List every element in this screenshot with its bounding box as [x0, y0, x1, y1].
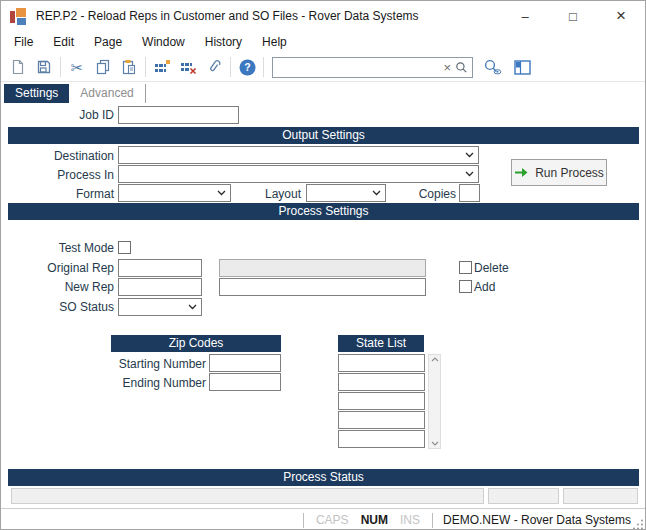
lookup-eye-icon — [483, 59, 502, 76]
delete-label: Delete — [474, 261, 509, 275]
toolbar-search-box: × — [272, 57, 473, 78]
new-rep-description-input[interactable] — [219, 278, 426, 296]
process-status-message-field — [11, 488, 484, 504]
num-lock-indicator: NUM — [361, 513, 388, 527]
search-icon[interactable] — [455, 61, 468, 74]
new-document-button[interactable] — [5, 55, 31, 79]
process-in-dropdown[interactable] — [118, 165, 479, 183]
test-mode-checkbox[interactable] — [118, 241, 131, 254]
output-settings-header: Output Settings — [8, 127, 639, 144]
copy-icon — [95, 59, 111, 75]
new-rep-input[interactable] — [118, 278, 202, 296]
delete-checkbox[interactable] — [459, 261, 472, 274]
add-label: Add — [474, 280, 495, 294]
state-list-header: State List — [338, 335, 424, 352]
state-list-input[interactable] — [338, 411, 425, 429]
run-arrow-icon — [514, 167, 529, 178]
toolbar-separator — [60, 57, 61, 77]
scroll-up-icon[interactable] — [429, 357, 440, 362]
help-icon: ? — [239, 59, 256, 76]
chevron-down-icon — [465, 171, 474, 177]
test-mode-label: Test Mode — [1, 239, 114, 257]
insert-row-button[interactable] — [149, 55, 175, 79]
toolbar: ✂ — [1, 53, 645, 82]
layout-button[interactable] — [509, 55, 535, 79]
menu-file[interactable]: File — [4, 32, 43, 52]
tab-settings[interactable]: Settings — [4, 84, 69, 103]
so-status-label: SO Status — [1, 298, 114, 316]
process-status-field-3 — [563, 488, 638, 504]
state-list-input[interactable] — [338, 430, 425, 448]
format-dropdown[interactable] — [118, 184, 231, 202]
copy-button[interactable] — [90, 55, 116, 79]
chevron-down-icon — [217, 190, 226, 196]
toolbar-separator — [263, 57, 264, 77]
chevron-down-icon — [188, 304, 197, 310]
paste-icon — [121, 59, 137, 75]
scroll-down-icon[interactable] — [429, 441, 440, 446]
save-button[interactable] — [31, 55, 57, 79]
app-window: REP.P2 - Reload Reps in Customer and SO … — [0, 0, 646, 530]
cut-button[interactable]: ✂ — [64, 55, 90, 79]
search-input[interactable] — [277, 59, 439, 75]
job-id-input[interactable] — [118, 106, 239, 124]
status-bar: CAPS NUM INS DEMO.NEW - Rover Data Syste… — [1, 508, 645, 530]
layout-panes-icon — [514, 60, 531, 75]
process-status-field-2 — [488, 488, 559, 504]
ending-number-label: Ending Number — [61, 374, 206, 392]
ending-number-input[interactable] — [209, 373, 281, 391]
attachment-button[interactable] — [201, 55, 227, 79]
maximize-button[interactable]: □ — [549, 1, 597, 31]
toolbar-separator — [145, 57, 146, 77]
minimize-button[interactable]: – — [501, 1, 549, 31]
run-process-button[interactable]: Run Process — [511, 159, 607, 186]
menu-edit[interactable]: Edit — [43, 32, 84, 52]
svg-text:?: ? — [244, 61, 250, 73]
add-checkbox[interactable] — [459, 280, 472, 293]
state-list-input[interactable] — [338, 392, 425, 410]
job-id-label: Job ID — [1, 106, 114, 124]
help-button[interactable]: ? — [234, 55, 260, 79]
caps-lock-indicator: CAPS — [316, 513, 349, 527]
copies-label: Copies — [386, 185, 456, 203]
starting-number-label: Starting Number — [61, 355, 206, 373]
tab-advanced[interactable]: Advanced — [69, 84, 145, 103]
destination-dropdown[interactable] — [118, 146, 479, 164]
destination-label: Destination — [1, 147, 114, 165]
save-icon — [36, 59, 52, 75]
window-controls: – □ × — [501, 1, 645, 31]
search-clear-icon[interactable]: × — [439, 61, 455, 74]
menu-bar: File Edit Page Window History Help — [1, 31, 645, 53]
format-label: Format — [1, 185, 114, 203]
chevron-down-icon — [372, 190, 381, 196]
process-status-header: Process Status — [8, 469, 639, 486]
original-rep-label: Original Rep — [1, 259, 114, 277]
so-status-dropdown[interactable] — [118, 298, 202, 316]
layout-label: Layout — [231, 185, 301, 203]
menu-history[interactable]: History — [195, 32, 252, 52]
close-button[interactable]: × — [597, 1, 645, 31]
app-logo-icon — [10, 8, 28, 25]
attachment-icon — [206, 59, 222, 75]
paste-button[interactable] — [116, 55, 142, 79]
run-process-label: Run Process — [535, 166, 604, 180]
menu-page[interactable]: Page — [84, 32, 132, 52]
cut-icon: ✂ — [71, 60, 84, 75]
state-list-input[interactable] — [338, 354, 425, 372]
insert-row-icon — [154, 59, 171, 75]
toolbar-separator — [230, 57, 231, 77]
copies-input[interactable] — [459, 184, 480, 202]
starting-number-input[interactable] — [209, 354, 281, 372]
state-list-scrollbar[interactable] — [428, 354, 441, 449]
statusbar-separator — [303, 513, 304, 528]
resize-grip[interactable] — [632, 518, 644, 530]
menu-help[interactable]: Help — [252, 32, 297, 52]
layout-dropdown[interactable] — [306, 184, 386, 202]
menu-window[interactable]: Window — [132, 32, 195, 52]
lookup-button[interactable] — [479, 55, 505, 79]
state-list-input[interactable] — [338, 373, 425, 391]
session-name: DEMO.NEW - Rover Data Systems — [443, 513, 631, 527]
delete-row-button[interactable] — [175, 55, 201, 79]
original-rep-input[interactable] — [118, 259, 202, 277]
chevron-down-icon — [465, 152, 474, 158]
